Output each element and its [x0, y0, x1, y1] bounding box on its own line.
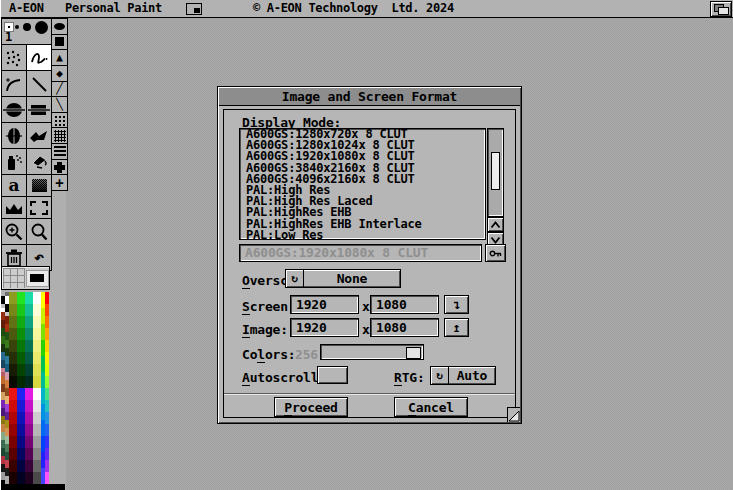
freehand-tool[interactable] [26, 44, 52, 71]
mode-name-field[interactable]: A600GS:1920x1080x 8 CLUT [239, 244, 482, 262]
cycle-icon: ↻ [286, 270, 304, 287]
rectangle-tool[interactable] [26, 96, 52, 123]
chevron-down-icon [490, 236, 501, 244]
rtg-value: Auto [449, 367, 495, 384]
colors-value: 256 [295, 347, 318, 362]
screen-width-field[interactable]: 1920 [290, 295, 359, 314]
circle-tool[interactable] [1, 96, 27, 123]
brush-size-4[interactable] [35, 21, 48, 34]
zoom-in-icon [4, 222, 24, 242]
dialog-titlebar[interactable]: Image and Screen Format [219, 88, 520, 106]
brush-size-number: 1 [5, 30, 12, 44]
scrollbar-knob[interactable] [491, 152, 500, 190]
proceed-button[interactable]: Proceed [274, 397, 348, 417]
display-mode-item[interactable]: PAL:Low Res [240, 230, 485, 240]
bars-icon [54, 146, 66, 157]
cycle-icon: ↻ [431, 367, 449, 384]
image-width-field[interactable]: 1920 [290, 318, 359, 337]
autoscroll-checkbox[interactable] [317, 366, 348, 384]
zoom-in-tool[interactable] [1, 218, 27, 245]
rectangle-icon [28, 100, 50, 120]
dialog-separator [224, 393, 515, 395]
resize-icon [508, 408, 520, 422]
image-height-field[interactable]: 1080 [370, 318, 439, 337]
screen-height-field[interactable]: 1080 [370, 295, 439, 314]
screen-to-image-button[interactable]: ↴ [444, 295, 469, 314]
backslash-shape-icon: ╲ [56, 99, 63, 110]
arrow-down-icon: ↴ [453, 297, 461, 312]
foreground-color-swatch [30, 274, 44, 282]
sparse-dots-icon [54, 115, 65, 126]
cancel-button[interactable]: Cancel [394, 397, 468, 417]
window-icon [186, 3, 202, 15]
dither-tool[interactable] [26, 174, 52, 197]
scroll-up-button[interactable] [487, 217, 504, 232]
polygon-icon [28, 127, 50, 145]
brush-shape-triangle[interactable]: ▲ [52, 50, 67, 66]
airbrush-tool[interactable] [1, 148, 27, 175]
cross-shape-icon [54, 162, 65, 173]
text-tool[interactable]: a [1, 174, 27, 197]
brush-shape-diamond[interactable]: ◆ [52, 66, 67, 82]
brush-shape-slash[interactable]: ╱ [52, 82, 67, 98]
circle-icon [3, 100, 25, 120]
airbrush-icon [4, 152, 24, 172]
magnify-tool[interactable] [26, 218, 52, 245]
image-screen-format-dialog: Image and Screen Format Display Mode: A6… [217, 86, 522, 424]
ellipse-tool[interactable] [1, 122, 27, 149]
line-tool[interactable] [26, 70, 52, 97]
brush-size-2[interactable] [15, 25, 19, 29]
pattern-dots-dense[interactable] [52, 128, 67, 144]
diamond-shape-icon: ◆ [56, 68, 63, 79]
colors-slider[interactable] [320, 344, 424, 360]
polygon-tool[interactable] [26, 122, 52, 149]
dialog-resize-handle[interactable] [507, 407, 520, 422]
overscan-cycle[interactable]: ↻ None [285, 269, 401, 288]
brush-shape-cross[interactable] [52, 160, 67, 176]
brush-size-selector[interactable]: 1 [1, 18, 52, 45]
screen-bottom-bar [1, 484, 65, 490]
square-shape-icon [55, 37, 64, 46]
line-icon [29, 75, 49, 93]
screen-titlebar[interactable]: A-EON Personal Paint © A-EON Technology … [1, 0, 733, 18]
image-times: x [362, 322, 370, 337]
triangle-shape-icon: ▲ [56, 52, 63, 63]
autoscroll-label: Autoscroll: [242, 370, 326, 385]
color-indicator[interactable] [1, 266, 50, 290]
pattern-bars[interactable] [52, 144, 67, 160]
key-icon [489, 248, 502, 259]
rtg-cycle[interactable]: ↻ Auto [430, 366, 496, 385]
fill-tool[interactable] [26, 148, 52, 175]
brush-shape-square[interactable] [52, 35, 67, 51]
overscan-value: None [304, 270, 400, 287]
brush-shape-backslash[interactable]: ╲ [52, 97, 67, 113]
dotted-freehand-icon [4, 49, 24, 67]
ellipse-shape-icon [54, 23, 65, 30]
brush-shape-plus[interactable]: + [52, 175, 67, 190]
magnifier-icon [29, 222, 49, 242]
smear-tool[interactable] [1, 196, 27, 219]
curve-icon [4, 75, 24, 93]
arrow-up-icon: ↥ [453, 320, 461, 335]
list-scrollbar[interactable] [487, 128, 504, 217]
colors-slider-knob[interactable] [406, 347, 421, 359]
chevron-up-icon [490, 221, 501, 229]
copyright-text: © A-EON Technology Ltd. 2024 [253, 1, 454, 15]
curve-tool[interactable] [1, 70, 27, 97]
image-to-screen-button[interactable]: ↥ [444, 318, 469, 337]
display-mode-list[interactable]: A600GS:1280x720x 8 CLUTA600GS:1280x1024x… [239, 128, 486, 240]
dotted-freehand-tool[interactable] [1, 44, 27, 71]
fill-bucket-icon [29, 152, 49, 172]
brush-size-3[interactable] [23, 23, 31, 31]
pattern-dots-sparse[interactable] [52, 113, 67, 129]
screen-depth-gadget[interactable] [710, 1, 732, 17]
mode-lock-button[interactable] [485, 244, 506, 262]
brush-select-tool[interactable] [26, 196, 52, 219]
dither-icon [32, 179, 47, 192]
brush-shape-ellipse[interactable] [52, 19, 67, 35]
transparency-grid-icon [3, 268, 25, 288]
ellipse-icon [4, 126, 24, 146]
screen-times: x [362, 299, 370, 314]
app-name: A-EON [9, 1, 44, 15]
screen-title: Personal Paint [65, 1, 162, 15]
